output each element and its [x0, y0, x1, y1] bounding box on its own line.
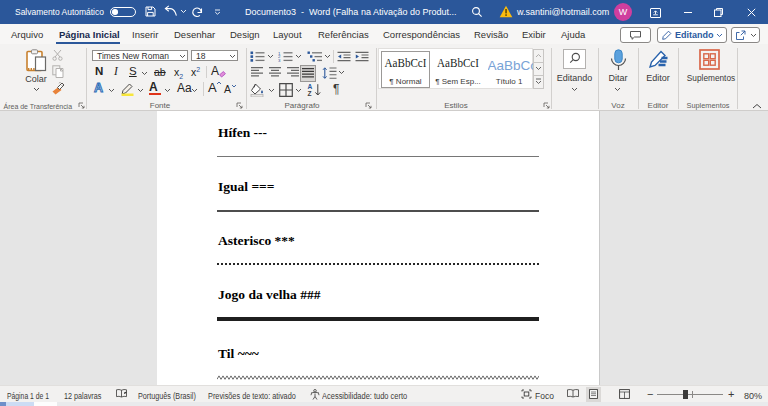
svg-text:3: 3: [278, 58, 281, 62]
svg-text:A: A: [308, 83, 313, 90]
svg-text:Z: Z: [308, 90, 312, 97]
